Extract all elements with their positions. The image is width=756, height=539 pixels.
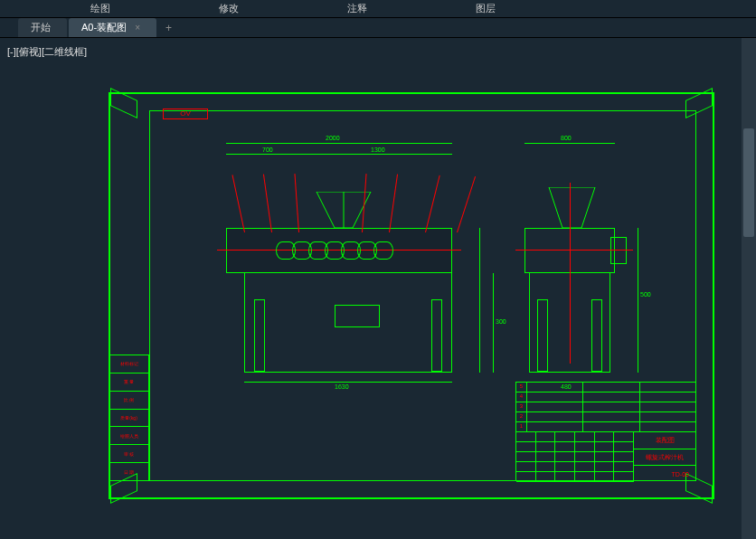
dimension-line: [312, 154, 452, 155]
dimension-line: [524, 143, 615, 144]
dimension-text: 1300: [371, 147, 385, 153]
side-elevation: 800 500 480: [515, 137, 642, 382]
rev-row: 重 量: [109, 373, 149, 391]
tab-add-button[interactable]: +: [158, 19, 179, 37]
table-leg: [254, 299, 265, 372]
dimension-text: 800: [561, 135, 572, 141]
rev-row: 材料标记: [109, 355, 149, 373]
menu-annotate[interactable]: 注释: [293, 2, 421, 15]
drawing-title: 装配图: [634, 432, 695, 449]
title-cells: 装配图 螺旋式榨汁机 TD-00: [634, 432, 695, 482]
rev-row: 审 核: [109, 444, 149, 462]
title-block: 1 2 3 4 5 装配图 螺旋式榨汁机: [515, 382, 696, 481]
leader-line: [457, 176, 476, 232]
dimension-text: 1630: [335, 383, 349, 390]
top-menubar: 绘图 修改 注释 图层: [0, 0, 756, 18]
menu-draw[interactable]: 绘图: [0, 2, 165, 15]
rev-row: 绘图人员: [109, 426, 149, 444]
dimension-line: [244, 382, 452, 383]
dimension-text: 500: [640, 291, 651, 298]
table-leg: [537, 299, 548, 372]
dimension-line: [226, 154, 312, 155]
dimension-text: 2000: [326, 135, 340, 141]
leader-line: [389, 175, 398, 233]
support-frame-side: [529, 273, 610, 373]
menu-modify[interactable]: 修改: [165, 2, 293, 15]
table-leg: [431, 299, 442, 372]
signature-grid: [516, 432, 634, 482]
drawing-number: TD-00: [666, 471, 696, 478]
view-control-label[interactable]: [-][俯视][二维线框]: [7, 45, 87, 59]
close-icon[interactable]: ×: [135, 23, 140, 33]
dimension-line: [226, 143, 452, 144]
revision-block: 材料标记 重 量 比 例 质量(kg) 绘图人员 审 核 日 期: [109, 355, 149, 481]
hopper: [312, 192, 375, 232]
tab-label: A0-装配图: [81, 22, 127, 33]
bom-section: 1 2 3 4 5: [516, 383, 695, 432]
rev-row: 质量(kg): [109, 409, 149, 427]
drawing-name: 螺旋式榨汁机: [634, 449, 695, 467]
rev-row: 比 例: [109, 391, 149, 409]
tab-start[interactable]: 开始: [18, 18, 67, 37]
table-leg: [591, 299, 602, 372]
tab-drawing[interactable]: A0-装配图 ×: [69, 18, 156, 37]
dimension-line: [493, 273, 494, 373]
dimension-line: [479, 228, 480, 373]
leader-line: [263, 175, 272, 233]
file-tabs: 开始 A0-装配图 × +: [0, 18, 756, 38]
front-elevation: 2000 700 1300: [226, 137, 488, 382]
dimension-text: 700: [262, 147, 273, 153]
tab-label: 开始: [31, 22, 51, 33]
leader-line: [232, 175, 244, 232]
centerline-h: [515, 250, 633, 251]
output-flange: [610, 237, 627, 264]
drawing-content: OV 材料标记 重 量 比 例 质量(kg) 绘图人员 审 核 日 期 2000…: [109, 92, 714, 499]
menu-layer[interactable]: 图层: [421, 2, 550, 15]
dimension-line: [638, 228, 638, 373]
juice-collector: [335, 305, 380, 327]
vertical-scrollbar[interactable]: [742, 38, 756, 539]
leader-line: [425, 175, 440, 232]
ov-marker: OV: [163, 109, 208, 119]
scrollbar-thumb[interactable]: [743, 128, 754, 237]
rev-row: 日 期: [109, 462, 149, 481]
drawing-viewport[interactable]: [-][俯视][二维线框] OV 材料标记 重 量 比 例 质量(kg) 绘图人…: [0, 38, 756, 539]
leader-line: [294, 174, 299, 232]
dimension-text: 300: [496, 318, 506, 325]
screw-auger: [276, 241, 402, 260]
